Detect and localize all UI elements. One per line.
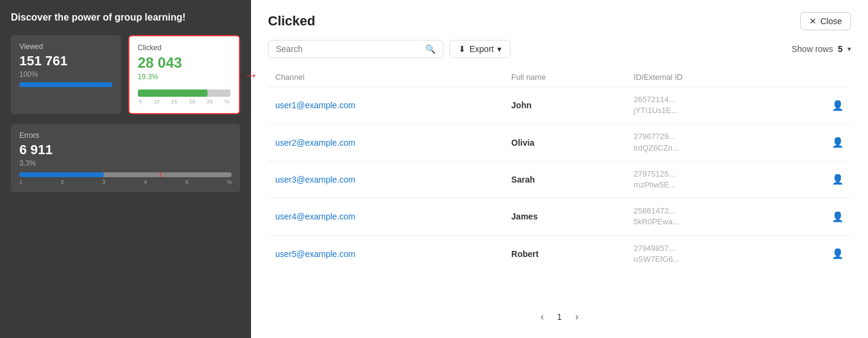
- cell-id: 27975125...mzPhw5E...: [627, 161, 785, 198]
- chart-ticks: 5 10 15 20 25 %: [138, 99, 231, 105]
- export-label: Export: [469, 44, 494, 54]
- close-x-icon: ✕: [809, 16, 817, 26]
- viewed-value: 151 761: [19, 53, 113, 69]
- export-button[interactable]: ⬇ Export ▾: [449, 40, 511, 58]
- cell-name: John: [504, 87, 626, 124]
- cell-name: Sarah: [504, 161, 626, 198]
- clicked-chart: 5 10 15 20 25 %: [138, 86, 231, 106]
- bottom-stats: Errors 6 911 3.3% 1 2 3 4 5 %: [11, 124, 240, 192]
- user-name: James: [511, 212, 538, 221]
- table-container: Channel Full name ID/External ID user1@e…: [268, 68, 851, 302]
- viewed-progress: [19, 82, 113, 87]
- user-name: Robert: [511, 249, 538, 259]
- user-id: 25861472...5kR0PEwa...: [634, 206, 778, 227]
- errors-range: 1 2 3 4 5 %: [19, 172, 232, 185]
- email-link[interactable]: user4@example.com: [275, 212, 356, 221]
- user-id: 27949857...uSW7EfG6...: [634, 243, 778, 265]
- viewed-label: Viewed: [19, 42, 113, 51]
- user-id: 27967729...irdQZ6CZn...: [634, 131, 778, 153]
- search-icon: 🔍: [425, 44, 436, 54]
- col-fullname: Full name: [504, 68, 626, 87]
- cell-email: user2@example.com: [268, 124, 504, 161]
- cell-action: 👤: [785, 235, 851, 272]
- cell-name: Robert: [504, 235, 626, 272]
- show-rows-value: 5: [838, 44, 843, 54]
- cell-id: 26572114...jYTI1Us1E...: [627, 87, 785, 124]
- email-link[interactable]: user3@example.com: [275, 175, 356, 184]
- user-name: Olivia: [511, 138, 534, 148]
- user-action-icon[interactable]: 👤: [832, 212, 844, 222]
- viewed-pct: 100%: [19, 70, 113, 79]
- col-actions: [785, 68, 851, 87]
- pagination: ‹ 1 ›: [268, 302, 851, 326]
- next-page-button[interactable]: ›: [572, 310, 582, 323]
- clicked-card: Clicked 28 043 19.3% 5 10 15 20 25 %: [128, 35, 241, 114]
- left-panel: Discover the power of group learning! Vi…: [0, 0, 251, 338]
- close-label: Close: [820, 16, 842, 26]
- clicked-pct: 19.3%: [138, 73, 231, 81]
- export-chevron-icon: ▾: [497, 44, 501, 54]
- users-table: Channel Full name ID/External ID user1@e…: [268, 68, 851, 272]
- right-panel: Clicked ✕ Close 🔍 ⬇ Export ▾ Show rows 5…: [251, 0, 868, 338]
- show-rows-chevron-icon[interactable]: ▾: [847, 45, 851, 53]
- user-action-icon[interactable]: 👤: [832, 174, 844, 184]
- table-header-row: Channel Full name ID/External ID: [268, 68, 851, 87]
- panel-right-title: Clicked: [268, 13, 315, 29]
- search-input[interactable]: [276, 44, 420, 54]
- search-box[interactable]: 🔍: [268, 40, 443, 58]
- cell-email: user1@example.com: [268, 87, 504, 124]
- toolbar: 🔍 ⬇ Export ▾ Show rows 5 ▾: [268, 40, 851, 58]
- toolbar-left: 🔍 ⬇ Export ▾: [268, 40, 511, 58]
- table-row: user2@example.com Olivia 27967729...irdQ…: [268, 124, 851, 161]
- panel-title: Discover the power of group learning!: [11, 12, 240, 23]
- stats-row-top: Viewed 151 761 100% Clicked 28 043 19.3%: [11, 35, 240, 114]
- user-action-icon[interactable]: 👤: [832, 100, 844, 111]
- toolbar-right: Show rows 5 ▾: [792, 44, 851, 54]
- cell-id: 27949857...uSW7EfG6...: [627, 235, 785, 272]
- errors-value: 6 911: [19, 142, 232, 158]
- cell-action: 👤: [785, 124, 851, 161]
- prev-page-button[interactable]: ‹: [537, 310, 547, 323]
- table-row: user3@example.com Sarah 27975125...mzPhw…: [268, 161, 851, 198]
- download-icon: ⬇: [458, 44, 466, 54]
- clicked-label: Clicked: [138, 44, 231, 52]
- cell-action: 👤: [785, 198, 851, 235]
- email-link[interactable]: user2@example.com: [275, 138, 356, 148]
- col-id: ID/External ID: [627, 68, 785, 87]
- user-name: Sarah: [511, 175, 535, 184]
- cell-name: James: [504, 198, 626, 235]
- user-action-icon[interactable]: 👤: [832, 137, 844, 148]
- col-channel: Channel: [268, 68, 504, 87]
- cell-name: Olivia: [504, 124, 626, 161]
- cell-action: 👤: [785, 87, 851, 124]
- show-rows-label: Show rows: [792, 44, 833, 54]
- table-row: user4@example.com James 25861472...5kR0P…: [268, 198, 851, 235]
- table-row: user5@example.com Robert 27949857...uSW7…: [268, 235, 851, 272]
- cell-email: user3@example.com: [268, 161, 504, 198]
- email-link[interactable]: user1@example.com: [275, 100, 356, 110]
- viewed-card: Viewed 151 761 100%: [11, 35, 121, 114]
- email-link[interactable]: user5@example.com: [275, 249, 356, 259]
- cell-action: 👤: [785, 161, 851, 198]
- arrow-icon: →: [244, 67, 258, 83]
- errors-pct: 3.3%: [19, 159, 232, 167]
- errors-label: Errors: [19, 131, 232, 140]
- cell-id: 27967729...irdQZ6CZn...: [627, 124, 785, 161]
- errors-card: Errors 6 911 3.3% 1 2 3 4 5 %: [11, 124, 240, 192]
- table-row: user1@example.com John 26572114...jYTI1U…: [268, 87, 851, 124]
- cell-email: user4@example.com: [268, 198, 504, 235]
- page-number: 1: [557, 312, 562, 322]
- user-id: 27975125...mzPhw5E...: [634, 169, 778, 190]
- clicked-value: 28 043: [138, 54, 231, 71]
- cell-id: 25861472...5kR0PEwa...: [627, 198, 785, 235]
- right-header: Clicked ✕ Close: [268, 12, 851, 30]
- user-name: John: [511, 100, 531, 110]
- user-id: 26572114...jYTI1Us1E...: [634, 94, 778, 116]
- close-button[interactable]: ✕ Close: [800, 12, 851, 30]
- user-action-icon[interactable]: 👤: [832, 249, 844, 259]
- cell-email: user5@example.com: [268, 235, 504, 272]
- range-ticks: 1 2 3 4 5 %: [19, 179, 232, 185]
